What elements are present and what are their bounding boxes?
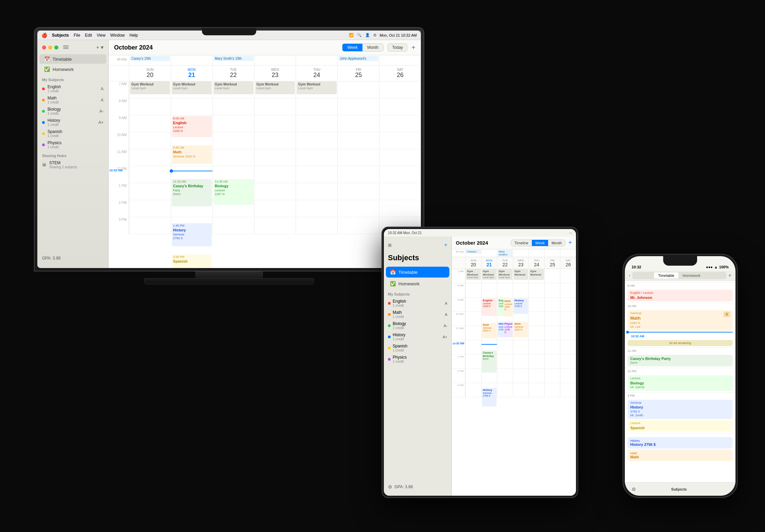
iphone-cal-body[interactable]: 8 AM English • Lecture Mr. Johnson 10 AM… <box>625 281 735 482</box>
iphone-biology-event[interactable]: Lecture Biology Mr. Garcia <box>628 375 733 391</box>
history-seminar-mon[interactable]: 1:45 PM History Seminar 2756 S <box>172 223 212 246</box>
caseys-birthday-event[interactable]: Casey's 19th <box>130 56 170 61</box>
subject-item-math[interactable]: Math 1 credit A <box>37 94 108 106</box>
ipad-subject-physics[interactable]: Physics 1 credit <box>384 354 451 365</box>
ipad-biology-info: Biology 1 credit <box>393 321 406 330</box>
gym-mon[interactable]: Gym Workout Local Gym <box>172 81 212 94</box>
gym-tue[interactable]: Gym Workout Local Gym <box>213 81 254 94</box>
ipad-physics-tue[interactable]: Physics Lecture 1235 N <box>503 322 512 337</box>
maximize-button[interactable] <box>54 45 58 50</box>
biology-tue[interactable]: 11:30 AM Biology Lecture 2267 N <box>213 179 254 205</box>
ipad-gym-sun[interactable]: Gym Workout Local Gym <box>466 269 481 280</box>
mary-smith-event[interactable]: Mary Smith's 19th <box>213 56 254 61</box>
ipad-add-btn[interactable]: + <box>568 239 572 246</box>
ipad-plus-btn[interactable]: + <box>444 242 447 248</box>
homework-label: Homework <box>53 67 74 72</box>
ipad-gym-wed[interactable]: Gym Workout <box>514 269 528 280</box>
english-sub: 1 credit <box>48 89 101 93</box>
casey-party-mon[interactable]: 11:15 AM Casey's Birthday Party Dorm <box>172 179 212 206</box>
iphone-spanish-event[interactable]: Lecture Spanish <box>628 420 733 432</box>
gym-wed[interactable]: Gym Workout Local Gym <box>255 81 295 94</box>
menu-file[interactable]: File <box>74 33 80 38</box>
subject-item-physics[interactable]: Physics 1 credit <box>37 139 108 150</box>
iphone-tab-timetable[interactable]: Timetable <box>654 272 678 279</box>
spanish-dot <box>42 132 45 135</box>
close-button[interactable] <box>42 45 46 50</box>
menu-view[interactable]: View <box>97 33 106 38</box>
ipad-cal-scroll[interactable]: 7 AM 8 AM 9 AM 10 AM 11 AM 12 PM 1 PM 2 … <box>452 269 576 496</box>
iphone-gear-icon[interactable]: ⚙ <box>632 487 636 492</box>
iphone-english-event[interactable]: English • Lecture Mr. Johnson <box>628 290 733 301</box>
iphone-add-btn[interactable]: + <box>728 272 731 279</box>
ipad-homework-label: Homework <box>398 281 419 286</box>
week-view-button[interactable]: Week <box>342 44 362 51</box>
iphone-notch <box>663 256 697 266</box>
ipad-sidebar-timetable[interactable]: 📅 Timetable <box>386 267 449 278</box>
ipad-gym-tue[interactable]: Gym Workout Local Gym <box>498 269 512 280</box>
ipad-subject-history[interactable]: History 1 credit A+ <box>384 331 451 342</box>
menu-window[interactable]: Window <box>110 33 125 38</box>
ipad-gym-thu[interactable]: Gym Workout <box>529 269 544 280</box>
gym-sun[interactable]: Gym Workout Local Gym <box>130 81 170 94</box>
english-lecture-mon[interactable]: 8:00 AM English Lecture 2266 N <box>172 116 212 137</box>
ipad-subject-biology[interactable]: Biology 1 credit A- <box>384 320 451 331</box>
ipad-subject-english[interactable]: English 1 credit A <box>384 298 451 309</box>
ipad-caseys-event[interactable]: Casey's <box>466 250 481 253</box>
ipad-subject-math[interactable]: Math 1 credit A <box>384 309 451 320</box>
ipad-sidebar-homework[interactable]: ✅ Homework <box>386 278 449 289</box>
minimize-button[interactable] <box>48 45 52 50</box>
iphone-tab-homework[interactable]: Homework <box>678 272 705 279</box>
gym-thu[interactable]: Gym Workout Local Gym <box>297 81 337 94</box>
all-day-sun: Casey's 19th <box>129 55 171 65</box>
ipad-math-wed[interactable]: Math Seminar 2262 N <box>514 322 528 337</box>
subject-item-biology[interactable]: Biology 1 credit A- <box>37 106 108 117</box>
subject-item-spanish[interactable]: Spanish 1 credit <box>37 128 108 139</box>
ipad-toggle-icon[interactable]: ⊞ <box>388 243 392 248</box>
menu-help[interactable]: Help <box>130 33 138 38</box>
appleseed-event[interactable]: John Appleseed's <box>338 56 378 61</box>
sidebar-item-timetable[interactable]: 📅 Timetable <box>39 54 106 64</box>
iphone-math-detail[interactable]: Math Math <box>628 450 733 461</box>
user-icon: 👤 <box>365 33 370 37</box>
ipad-gear-icon[interactable]: ⚙ <box>388 484 392 490</box>
col-sun-events: Gym Workout Local Gym <box>129 81 171 234</box>
ipad-math-mon[interactable]: Math Seminar 2262 N <box>482 323 497 338</box>
iphone-history-event[interactable]: Seminar History 3756 S Mr. Smith <box>628 400 733 419</box>
ipad-col-sat: SAT 26 <box>560 257 576 269</box>
macbook-base <box>144 278 314 284</box>
math-seminar-mon[interactable]: 9:45 AM Math Seminar 2262 N <box>172 145 212 164</box>
today-button[interactable]: Today <box>388 43 407 52</box>
ipad-timeline-btn[interactable]: Timeline <box>511 240 532 246</box>
sidebar-item-homework[interactable]: ✅ Homework <box>39 64 106 74</box>
iphone-back-btn[interactable]: ‹ <box>629 273 630 278</box>
ipad-party-mon[interactable]: Casey's Birthday Dorm <box>482 350 497 373</box>
subject-item-history[interactable]: History 1 credit A+ <box>37 117 108 128</box>
iphone-party-event[interactable]: Casey's Birthday Party Dorm <box>628 355 733 366</box>
menu-edit[interactable]: Edit <box>85 33 92 38</box>
month-view-button[interactable]: Month <box>362 44 383 51</box>
add-button[interactable]: + ▾ <box>96 44 104 51</box>
ipad-mary-event[interactable]: Mary Smith's <box>498 250 512 256</box>
add-event-button[interactable]: + <box>411 44 415 52</box>
math-grade: A <box>101 98 104 102</box>
subject-item-english[interactable]: English 1 credit A <box>37 83 108 94</box>
iphone-time-12pm: 12 PM <box>625 368 735 374</box>
ipad-month-btn[interactable]: Month <box>548 240 565 246</box>
time-10am: 10 AM <box>109 132 129 149</box>
ipad-math-tue[interactable]: Math Lecture 2282 N <box>503 299 512 317</box>
ipad-subject-spanish[interactable]: Spanish 1 credit <box>384 342 451 354</box>
calendar-body-scroll[interactable]: 7 AM 8 AM 9 AM 10 AM 11 AM 12 PM 1 PM 2 … <box>109 81 421 268</box>
iphone-history-detail[interactable]: History History 2756 $ <box>628 437 733 449</box>
sharing-item-stem[interactable]: 🏛 STEM Sharing 2 subjects <box>37 159 108 170</box>
iphone-math-event[interactable]: Seminar Math 2262 N Mr. Lee A <box>628 310 733 330</box>
sidebar-toggle[interactable] <box>63 45 69 50</box>
ipad-english-mon[interactable]: English Lecture 2266 N <box>482 298 497 316</box>
ipad-week-btn[interactable]: Week <box>532 240 548 246</box>
ipad-history-mon[interactable]: History Seminar 2756 S <box>482 388 497 406</box>
spanish-mon[interactable]: 3:30 PM Spanish <box>172 254 212 268</box>
ipad-gym-mon[interactable]: Gym Workout Local Gym <box>482 269 497 280</box>
ipad-spanish-dot <box>388 347 391 349</box>
all-day-label: all-day <box>109 55 129 65</box>
ipad-history-wed[interactable]: History Lecture 2756 S <box>514 298 528 314</box>
stem-name: STEM <box>49 160 77 165</box>
